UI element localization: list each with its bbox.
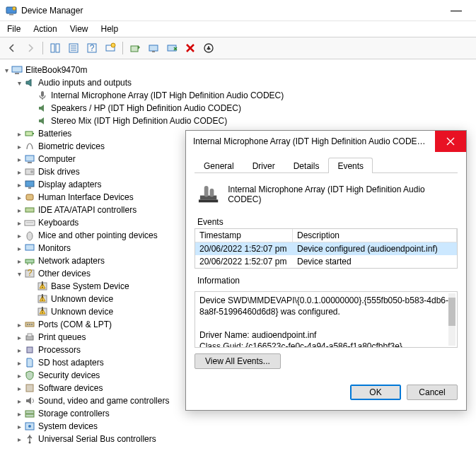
column-header-timestamp[interactable]: Timestamp xyxy=(195,229,293,242)
expand-icon[interactable]: ▸ xyxy=(14,385,24,392)
svg-rect-3 xyxy=(51,44,54,52)
svg-rect-60 xyxy=(200,196,216,200)
expand-icon[interactable]: ▸ xyxy=(14,321,24,329)
tab-events[interactable]: Events xyxy=(328,158,373,173)
scrollbar-thumb[interactable] xyxy=(448,298,455,326)
expand-icon[interactable]: ▸ xyxy=(14,168,24,176)
scan-hardware-button[interactable] xyxy=(103,40,118,56)
svg-rect-52 xyxy=(28,334,32,336)
tree-device-node[interactable]: Stereo Mix (IDT High Definition Audio CO… xyxy=(0,115,473,127)
expand-icon[interactable]: ▸ xyxy=(14,372,24,380)
add-legacy-hardware-button[interactable] xyxy=(201,40,216,56)
expand-icon[interactable]: ▸ xyxy=(14,143,24,151)
svg-point-48 xyxy=(27,324,28,325)
events-section-label: Events xyxy=(197,217,458,227)
update-driver-button[interactable] xyxy=(127,40,143,56)
device-name: Internal Microphone Array (IDT High Defi… xyxy=(228,184,455,204)
dialog-tabs: General Driver Details Events xyxy=(195,158,458,173)
expand-icon[interactable]: ▸ xyxy=(14,359,24,367)
tree-node-label: System devices xyxy=(38,421,98,431)
expand-icon[interactable]: ▸ xyxy=(14,245,24,252)
column-header-description[interactable]: Description xyxy=(293,229,457,242)
events-table[interactable]: Timestamp Description 20/06/2022 1:52:07… xyxy=(195,228,458,269)
svg-point-2 xyxy=(13,6,16,9)
tree-node-label: Human Interface Devices xyxy=(38,192,134,202)
tree-node-label: Internal Microphone Array (IDT High Defi… xyxy=(51,90,284,100)
category-icon xyxy=(24,319,35,330)
expand-icon[interactable]: ▸ xyxy=(14,181,24,189)
svg-point-49 xyxy=(29,324,30,325)
tree-device-node[interactable]: Speakers / HP (IDT High Definition Audio… xyxy=(0,102,473,115)
tree-category-audio[interactable]: ▾ Audio inputs and outputs xyxy=(0,76,473,89)
back-button[interactable] xyxy=(4,40,20,56)
ok-button[interactable]: OK xyxy=(350,385,401,400)
tree-node-label: Ports (COM & LPT) xyxy=(38,320,112,329)
info-line: Class Guid: {c166523c-fe0c-4a94-a586-f1a… xyxy=(199,341,453,348)
svg-rect-54 xyxy=(26,385,33,392)
help-button[interactable]: ? xyxy=(84,40,100,56)
expand-icon[interactable]: ▸ xyxy=(14,257,24,265)
info-line: Device SWD\MMDEVAPI\{0.0.1.00000000}.{55… xyxy=(199,295,453,306)
tab-general[interactable]: General xyxy=(195,158,243,173)
expand-icon[interactable]: ▸ xyxy=(14,410,24,418)
expand-icon[interactable]: ▾ xyxy=(1,66,11,74)
table-row[interactable]: 20/06/2022 1:52:07 pmDevice started xyxy=(195,255,457,268)
tree-node-label: Mice and other pointing devices xyxy=(38,230,158,240)
tree-node-label: Stereo Mix (IDT High Definition Audio CO… xyxy=(51,116,227,126)
tree-node-label: Audio inputs and outputs xyxy=(38,78,132,88)
tree-category-node[interactable]: ▸Universal Serial Bus controllers xyxy=(0,433,473,445)
expand-icon[interactable]: ▸ xyxy=(14,435,24,443)
expand-icon[interactable]: ▸ xyxy=(14,397,24,405)
expand-icon[interactable]: ▾ xyxy=(14,270,24,278)
tree-node-label: SD host adapters xyxy=(38,358,104,368)
svg-point-34 xyxy=(27,232,33,240)
svg-rect-14 xyxy=(149,45,158,51)
scrollbar[interactable] xyxy=(448,293,455,346)
expand-icon[interactable]: ▸ xyxy=(14,219,24,227)
svg-point-27 xyxy=(30,170,33,173)
table-row[interactable]: 20/06/2022 1:52:07 pmDevice configured (… xyxy=(195,242,457,255)
enable-device-button[interactable] xyxy=(146,40,161,56)
menu-help[interactable]: Help xyxy=(101,24,119,34)
tree-root-node[interactable]: ▾ EliteBook9470m xyxy=(0,64,473,76)
tab-details[interactable]: Details xyxy=(284,158,329,173)
view-all-events-button[interactable]: View All Events... xyxy=(195,353,281,369)
tree-node-label: Speakers / HP (IDT High Definition Audio… xyxy=(51,103,241,113)
tree-node-label: Unknown device xyxy=(51,307,113,317)
expand-icon[interactable]: ▸ xyxy=(14,206,24,214)
expand-icon[interactable]: ▸ xyxy=(14,232,24,240)
svg-rect-30 xyxy=(26,194,33,200)
cell-description: Device configured (audioendpoint.inf) xyxy=(293,242,457,255)
tree-device-node[interactable]: Internal Microphone Array (IDT High Defi… xyxy=(0,89,473,102)
show-hide-tree-button[interactable] xyxy=(47,40,63,56)
properties-button[interactable] xyxy=(66,40,81,56)
menu-action[interactable]: Action xyxy=(33,24,57,34)
warning-device-icon: ! xyxy=(37,281,48,292)
expand-icon[interactable]: ▸ xyxy=(14,346,24,354)
expand-icon[interactable]: ▸ xyxy=(14,156,24,163)
disable-device-button[interactable] xyxy=(164,40,180,56)
expand-icon[interactable]: ▾ xyxy=(14,79,24,87)
category-icon xyxy=(24,217,35,228)
expand-icon[interactable]: ▸ xyxy=(14,194,24,201)
tree-category-node[interactable]: ▸System devices xyxy=(0,420,473,433)
info-line xyxy=(199,317,453,329)
svg-rect-13 xyxy=(131,46,138,52)
forward-button[interactable] xyxy=(23,40,38,56)
svg-rect-4 xyxy=(56,44,59,52)
expand-icon[interactable]: ▸ xyxy=(14,334,24,341)
close-button[interactable] xyxy=(435,131,466,152)
tree-node-label: Security devices xyxy=(38,370,100,380)
information-textbox[interactable]: Device SWD\MMDEVAPI\{0.0.1.00000000}.{55… xyxy=(195,291,458,348)
tree-node-label: Print queues xyxy=(38,332,86,342)
expand-icon[interactable]: ▸ xyxy=(14,130,24,138)
menu-view[interactable]: View xyxy=(70,24,88,34)
menu-file[interactable]: File xyxy=(7,24,21,34)
tab-driver[interactable]: Driver xyxy=(243,158,284,173)
window-minimize-button[interactable]: — xyxy=(442,4,470,17)
expand-icon[interactable]: ▸ xyxy=(14,423,24,430)
uninstall-device-button[interactable] xyxy=(182,40,198,56)
cancel-button[interactable]: Cancel xyxy=(407,385,458,400)
dialog-titlebar[interactable]: Internal Microphone Array (IDT High Defi… xyxy=(186,131,466,152)
category-icon xyxy=(24,395,35,406)
